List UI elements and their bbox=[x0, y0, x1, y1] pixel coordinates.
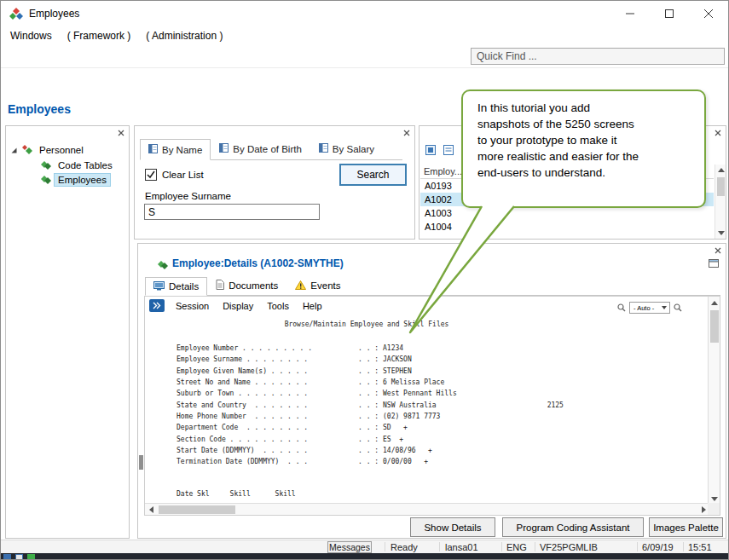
scroll-up-icon[interactable] bbox=[709, 297, 720, 309]
title-bar: Employees bbox=[1, 1, 728, 26]
screen-field: Home Phone Number . . . . . . .. . :(02)… bbox=[176, 411, 564, 422]
list-options-icon[interactable] bbox=[443, 144, 454, 159]
search-filter-panel: By Name By Date of Birth By Salary Clear… bbox=[134, 125, 415, 240]
list-scrollbar[interactable] bbox=[715, 165, 726, 239]
tree-item-label: Code Tables bbox=[55, 159, 116, 171]
personnel-icon bbox=[21, 144, 33, 155]
screen-field: State and Country . . . . . . .. . :NSW … bbox=[176, 399, 564, 410]
panel-close-icon[interactable] bbox=[712, 127, 723, 138]
screen-field: Employee Given Name(s) . . . . .. . :STE… bbox=[176, 366, 564, 377]
scroll-up-icon[interactable] bbox=[715, 165, 726, 176]
tab-details[interactable]: Details bbox=[145, 277, 207, 296]
scrollbar-thumb[interactable] bbox=[159, 505, 235, 514]
status-library: VF25PGMLIB bbox=[540, 541, 598, 553]
tree-item-label: Personnel bbox=[36, 144, 87, 156]
maximize-icon[interactable] bbox=[650, 1, 689, 26]
tab-events[interactable]: Events bbox=[286, 276, 349, 295]
menu-framework[interactable]: ( Framework ) bbox=[60, 27, 139, 44]
tree-item-personnel[interactable]: Personnel bbox=[21, 142, 87, 157]
menu-session[interactable]: Session bbox=[169, 300, 216, 312]
tab-label: By Date of Birth bbox=[233, 144, 302, 154]
screen-field: Department Code . . . . . . . .. . :SD + bbox=[176, 422, 564, 433]
document-icon bbox=[216, 280, 224, 292]
zoom-select[interactable]: - Auto - bbox=[629, 302, 670, 314]
panel-close-icon[interactable] bbox=[401, 127, 412, 138]
program-coding-assistant-button[interactable]: Program Coding Assistant bbox=[502, 517, 644, 537]
zoom-in-icon[interactable] bbox=[674, 300, 682, 315]
details-title: Employee:Details (A1002-SMYTHE) bbox=[172, 257, 344, 269]
show-details-button[interactable]: Show Details bbox=[410, 517, 495, 537]
clear-list-option: Clear List bbox=[145, 169, 204, 181]
messages-button[interactable]: Messages bbox=[327, 541, 372, 553]
tab-by-date-of-birth[interactable]: By Date of Birth bbox=[211, 138, 310, 159]
status-state: Ready bbox=[391, 541, 418, 553]
clear-list-label: Clear List bbox=[162, 170, 204, 180]
screen-field: Suburb or Town . . . . . . . . .. . :Wes… bbox=[176, 388, 564, 399]
form-icon bbox=[148, 144, 158, 155]
scrollbar-corner bbox=[708, 503, 720, 515]
menu-administration[interactable]: ( Administration ) bbox=[138, 27, 230, 44]
images-palette-button[interactable]: Images Palette bbox=[649, 517, 723, 537]
menu-help[interactable]: Help bbox=[296, 300, 329, 312]
menu-bar: Windows ( Framework ) ( Administration ) bbox=[3, 26, 230, 45]
list-toolbar bbox=[425, 144, 454, 159]
tab-documents[interactable]: Documents bbox=[207, 276, 286, 295]
zoom-out-icon[interactable] bbox=[617, 300, 626, 315]
screen-footer-columns: Date Skl Skill Skill bbox=[176, 490, 296, 498]
screen-fields: Employee Number . . . . . . . . .. . :A1… bbox=[176, 343, 564, 467]
navigation-tree-panel: Personnel Code Tables Employees bbox=[5, 125, 130, 539]
select-all-icon[interactable] bbox=[425, 144, 437, 159]
app-window: Employees Windows ( Framework ) ( Admini… bbox=[0, 0, 729, 560]
panel-close-icon[interactable] bbox=[712, 245, 723, 256]
employee-surname-input[interactable] bbox=[144, 204, 320, 220]
close-icon[interactable] bbox=[689, 1, 728, 26]
menu-display[interactable]: Display bbox=[216, 300, 260, 312]
tree-expander-icon[interactable] bbox=[10, 146, 18, 156]
screen-field: Termination Date (DDMMYY) . . .. . :0/00… bbox=[176, 456, 564, 467]
warning-icon bbox=[295, 280, 306, 292]
os-taskbar bbox=[1, 553, 728, 560]
calendar-icon[interactable] bbox=[15, 554, 23, 560]
tab-label: By Name bbox=[162, 145, 202, 155]
tab-by-salary[interactable]: By Salary bbox=[310, 138, 383, 159]
status-server: lansa01 bbox=[445, 541, 478, 553]
tab-label: Events bbox=[310, 280, 340, 291]
page-title: Employees bbox=[8, 102, 71, 116]
scrollbar-thumb[interactable] bbox=[717, 177, 725, 196]
expand-session-icon[interactable] bbox=[149, 299, 165, 312]
panel-close-icon[interactable] bbox=[115, 127, 126, 138]
screen-menu-bar: Session Display Tools Help bbox=[149, 299, 329, 312]
search-button[interactable]: Search bbox=[339, 164, 407, 186]
quick-find-input[interactable] bbox=[471, 48, 725, 65]
form-icon bbox=[219, 143, 229, 154]
tree-item-code-tables[interactable]: Code Tables bbox=[40, 158, 116, 172]
callout-tail bbox=[385, 205, 547, 341]
minimize-icon[interactable] bbox=[610, 1, 650, 26]
menu-tools[interactable]: Tools bbox=[260, 300, 296, 312]
tab-by-name[interactable]: By Name bbox=[140, 139, 211, 160]
app-taskbar-icon[interactable] bbox=[27, 554, 35, 560]
status-bar: Messages Ready lansa01 ENG VF25PGMLIB 6/… bbox=[1, 540, 728, 553]
tree-item-employees[interactable]: Employees bbox=[40, 172, 110, 187]
tab-label: Documents bbox=[229, 280, 278, 291]
zoom-value: - Auto - bbox=[634, 304, 654, 312]
window-title: Employees bbox=[29, 8, 79, 20]
form-icon bbox=[319, 143, 328, 154]
status-language: ENG bbox=[506, 541, 527, 553]
keyboard-icon[interactable] bbox=[3, 554, 11, 560]
scroll-left-icon[interactable] bbox=[145, 504, 157, 516]
filter-tab-strip: By Name By Date of Birth By Salary bbox=[140, 138, 402, 160]
maximize-pane-icon[interactable] bbox=[706, 257, 720, 269]
toolbar bbox=[1, 45, 728, 68]
splitter-handle[interactable] bbox=[139, 455, 143, 470]
clear-list-checkbox[interactable] bbox=[145, 169, 157, 181]
status-time: 15:51 bbox=[688, 541, 712, 553]
screen-horizontal-scrollbar[interactable] bbox=[145, 503, 709, 515]
scroll-down-icon[interactable] bbox=[715, 228, 726, 239]
scrollbar-thumb[interactable] bbox=[710, 310, 719, 343]
screen-field: Start Date (DDMMYY) . . . . . .. . :14/0… bbox=[176, 445, 564, 456]
menu-windows[interactable]: Windows bbox=[3, 27, 60, 44]
zoom-controls: - Auto - bbox=[617, 300, 682, 315]
chevron-down-icon bbox=[662, 306, 667, 309]
screen-vertical-scrollbar[interactable] bbox=[708, 297, 720, 505]
